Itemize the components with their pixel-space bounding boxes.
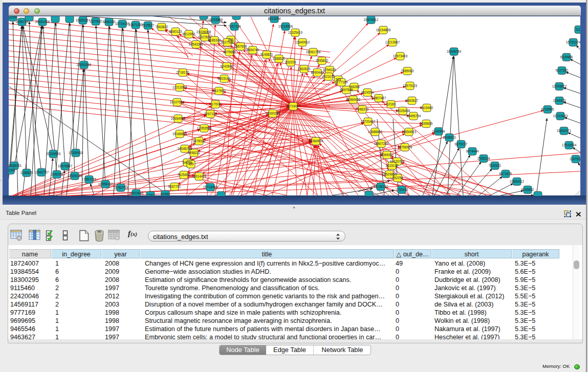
svg-text:10719155: 10719155 [115,21,130,25]
svg-text:1733426: 1733426 [396,187,408,191]
svg-text:12923446: 12923446 [129,191,144,194]
svg-text:1244415: 1244415 [553,98,566,102]
svg-text:8938923: 8938923 [443,135,456,139]
svg-text:18724007: 18724007 [286,104,301,107]
svg-text:1588520: 1588520 [273,56,286,60]
svg-text:19384554: 19384554 [309,139,323,142]
svg-text:19654923: 19654923 [402,129,417,133]
svg-text:10807487: 10807487 [372,96,386,99]
svg-text:1640954: 1640954 [432,129,445,133]
svg-text:5498222: 5498222 [188,150,201,154]
svg-text:19218506: 19218506 [278,24,293,28]
svg-text:8912953: 8912953 [183,32,195,35]
svg-text:6466160: 6466160 [103,19,116,23]
svg-text:8427552: 8427552 [213,89,226,92]
svg-text:92450: 92450 [161,192,170,195]
svg-text:20053346: 20053346 [77,62,92,66]
svg-text:15720407: 15720407 [361,119,376,123]
svg-text:10671355: 10671355 [128,23,143,26]
svg-text:16033809: 16033809 [208,17,223,21]
svg-text:2718176: 2718176 [177,70,189,74]
svg-text:3878332: 3878332 [193,139,206,142]
svg-text:12942757: 12942757 [34,170,49,173]
svg-text:12213369: 12213369 [172,85,187,89]
svg-text:1156829: 1156829 [20,170,33,174]
svg-text:26535061: 26535061 [9,163,22,167]
svg-text:7357224: 7357224 [228,24,241,28]
svg-text:17957225: 17957225 [82,177,97,181]
svg-text:8813054: 8813054 [268,16,281,20]
svg-text:1362615: 1362615 [298,67,311,70]
svg-text:12213967: 12213967 [385,40,400,43]
svg-text:12505135: 12505135 [68,173,82,177]
svg-text:10653267: 10653267 [76,18,91,21]
svg-text:10975887: 10975887 [58,164,73,167]
svg-text:10958107: 10958107 [98,182,113,185]
svg-text:8660123: 8660123 [169,29,182,33]
svg-text:6879197: 6879197 [455,142,468,145]
svg-text:2055724: 2055724 [16,19,29,23]
svg-text:20691406: 20691406 [35,19,50,23]
svg-text:1145194: 1145194 [51,172,63,176]
svg-text:17359918: 17359918 [69,150,83,154]
svg-text:2867608: 2867608 [234,44,247,48]
svg-text:7632621: 7632621 [489,163,502,167]
svg-text:9699695: 9699695 [420,121,433,125]
svg-text:19166852: 19166852 [172,132,187,135]
svg-text:1292: 1292 [147,193,155,195]
svg-text:12353594: 12353594 [197,126,212,129]
svg-text:7515527: 7515527 [142,23,155,27]
svg-text:9227342: 9227342 [556,68,569,72]
svg-text:10120746: 10120746 [390,159,405,163]
svg-text:8471676: 8471676 [499,171,512,175]
svg-text:23226058: 23226058 [197,30,211,33]
svg-text:10025438: 10025438 [396,108,410,112]
svg-text:9327508: 9327508 [221,40,234,43]
svg-text:7955812: 7955812 [316,58,329,62]
svg-text:10210643: 10210643 [553,114,568,117]
svg-text:10688609: 10688609 [368,129,383,133]
svg-text:12093872: 12093872 [552,84,567,87]
svg-text:9777169: 9777169 [335,80,348,83]
svg-text:8990443: 8990443 [311,70,324,74]
svg-text:18807249: 18807249 [374,141,389,145]
svg-text:16782759: 16782759 [114,185,128,189]
svg-text:10107554: 10107554 [170,100,185,103]
svg-text:14136141: 14136141 [374,184,388,188]
svg-text:9474444: 9474444 [466,149,479,152]
svg-text:832203: 832203 [285,60,296,63]
svg-text:9245652: 9245652 [521,187,534,191]
svg-text:1621072: 1621072 [322,74,335,78]
svg-text:1615132: 1615132 [386,163,399,167]
svg-text:10543342: 10543342 [189,42,204,46]
svg-text:18524851: 18524851 [382,172,397,176]
svg-text:62160: 62160 [386,102,396,105]
svg-text:117004: 117004 [210,102,221,105]
svg-text:8215955: 8215955 [541,107,554,111]
svg-text:2803144: 2803144 [218,76,231,80]
svg-text:15751074: 15751074 [566,40,580,43]
svg-text:20876812: 20876812 [364,17,379,21]
svg-text:10046786: 10046786 [178,146,192,150]
svg-text:7663822: 7663822 [156,25,168,28]
svg-text:2935114: 2935114 [477,156,490,160]
svg-text:16961758: 16961758 [306,50,321,53]
svg-text:1527602: 1527602 [90,19,102,23]
svg-text:9146821: 9146821 [260,52,273,56]
svg-text:13640910: 13640910 [295,40,310,43]
svg-text:8186328: 8186328 [208,38,221,41]
svg-text:11325419: 11325419 [288,30,302,34]
svg-text:3824554: 3824554 [361,90,374,94]
svg-text:9657791: 9657791 [168,184,181,188]
svg-text:12975115: 12975115 [403,83,417,87]
svg-text:6497568: 6497568 [340,87,353,91]
svg-text:9463627: 9463627 [406,98,419,102]
svg-text:16154808: 16154808 [376,28,391,31]
svg-text:10973493: 10973493 [393,54,408,57]
svg-text:1167533: 1167533 [570,157,580,160]
svg-text:3267110: 3267110 [204,112,217,115]
svg-text:17016504: 17016504 [562,143,577,146]
svg-text:9084067: 9084067 [381,152,394,156]
svg-text:19756928: 19756928 [398,145,412,148]
svg-text:9115460: 9115460 [421,105,433,109]
